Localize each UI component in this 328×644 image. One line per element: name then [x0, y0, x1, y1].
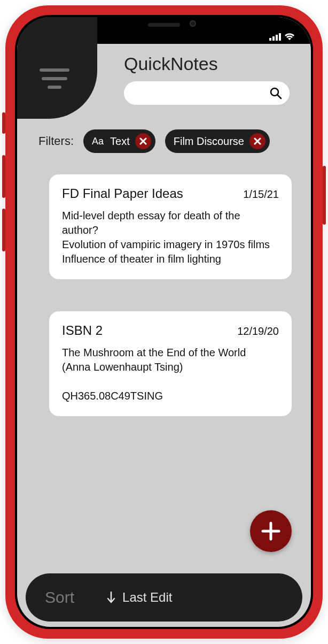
- text-format-icon: Aa: [92, 136, 104, 147]
- svg-rect-1: [272, 36, 275, 41]
- close-icon: [254, 137, 261, 145]
- svg-rect-2: [276, 35, 278, 41]
- signal-icon: [269, 33, 281, 41]
- search-input[interactable]: [124, 81, 290, 105]
- phone-bezel: 9:41 AM QuickNotes Fi: [15, 15, 313, 629]
- close-icon: [139, 137, 147, 145]
- header: QuickNotes: [17, 44, 311, 119]
- plus-icon: [260, 520, 282, 542]
- chip-label: Film Discourse: [174, 135, 244, 148]
- phone-notch: [103, 15, 225, 34]
- note-card[interactable]: ISBN 2 12/19/20 The Mushroom at the End …: [49, 311, 292, 416]
- side-button-vol-up: [2, 155, 5, 198]
- sort-value-text: Last Edit: [122, 590, 172, 605]
- svg-rect-0: [269, 38, 271, 41]
- note-date: 12/19/20: [237, 325, 279, 338]
- search-icon: [269, 87, 282, 99]
- note-title: ISBN 2: [62, 323, 103, 338]
- phone-screen: 9:41 AM QuickNotes Fi: [17, 17, 311, 627]
- filters-label: Filters:: [38, 134, 74, 148]
- side-button-mute: [2, 112, 5, 134]
- filter-chip-film-discourse[interactable]: Film Discourse: [165, 129, 270, 153]
- menu-button[interactable]: [17, 17, 97, 119]
- phone-frame: 9:41 AM QuickNotes Fi: [5, 5, 323, 639]
- note-body: Mid-level depth essay for death of the a…: [62, 209, 279, 266]
- sort-bar[interactable]: Sort Last Edit: [26, 573, 302, 622]
- svg-line-5: [277, 95, 281, 98]
- front-camera: [190, 20, 196, 27]
- hamburger-icon: [40, 68, 69, 89]
- note-date: 1/15/21: [243, 188, 279, 201]
- filter-row: Filters: Aa Text Film Discourse: [17, 119, 311, 153]
- chip-remove-button[interactable]: [135, 133, 151, 149]
- chip-remove-button[interactable]: [249, 133, 265, 149]
- note-body: The Mushroom at the End of the World (An…: [62, 346, 279, 403]
- notes-list[interactable]: FD Final Paper Ideas 1/15/21 Mid-level d…: [17, 153, 311, 627]
- side-button-power: [323, 166, 326, 225]
- sort-value[interactable]: Last Edit: [106, 590, 172, 605]
- filter-chip-text[interactable]: Aa Text: [83, 129, 155, 153]
- note-title: FD Final Paper Ideas: [62, 186, 183, 201]
- chip-label: Text: [110, 135, 130, 148]
- search-field[interactable]: [131, 88, 269, 99]
- add-note-button[interactable]: [250, 510, 292, 552]
- arrow-down-icon: [106, 591, 116, 604]
- status-indicators: [269, 33, 295, 41]
- side-button-vol-down: [2, 209, 5, 251]
- svg-rect-3: [279, 33, 281, 41]
- app-title: QuickNotes: [124, 53, 218, 74]
- speaker-grille: [148, 23, 180, 27]
- note-card[interactable]: FD Final Paper Ideas 1/15/21 Mid-level d…: [49, 174, 292, 279]
- wifi-icon: [284, 33, 295, 41]
- sort-label: Sort: [45, 588, 74, 607]
